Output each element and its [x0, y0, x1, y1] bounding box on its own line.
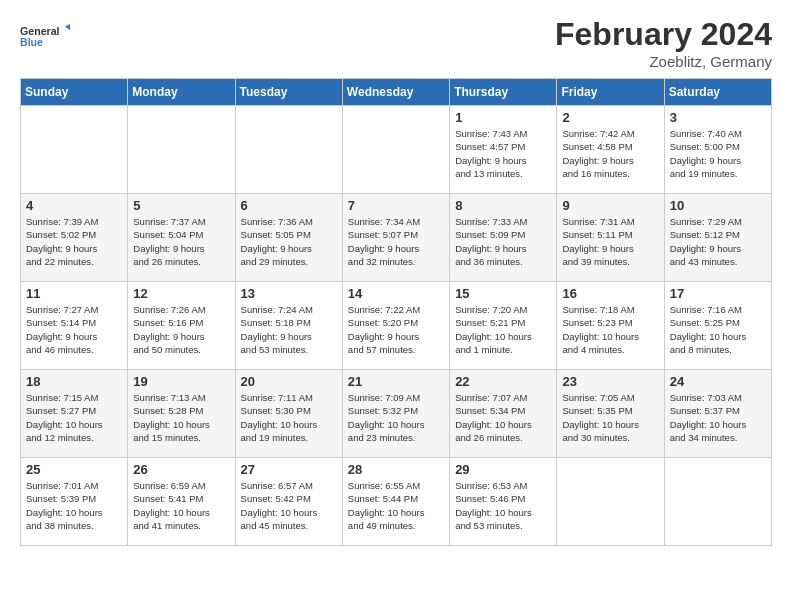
cell-week2-day5: 8Sunrise: 7:33 AM Sunset: 5:09 PM Daylig…: [450, 194, 557, 282]
cell-info: Sunrise: 7:34 AM Sunset: 5:07 PM Dayligh…: [348, 215, 444, 268]
cell-week3-day6: 16Sunrise: 7:18 AM Sunset: 5:23 PM Dayli…: [557, 282, 664, 370]
cell-week2-day3: 6Sunrise: 7:36 AM Sunset: 5:05 PM Daylig…: [235, 194, 342, 282]
day-number: 3: [670, 110, 766, 125]
cell-week2-day6: 9Sunrise: 7:31 AM Sunset: 5:11 PM Daylig…: [557, 194, 664, 282]
day-number: 6: [241, 198, 337, 213]
cell-week2-day1: 4Sunrise: 7:39 AM Sunset: 5:02 PM Daylig…: [21, 194, 128, 282]
cell-week3-day4: 14Sunrise: 7:22 AM Sunset: 5:20 PM Dayli…: [342, 282, 449, 370]
day-number: 4: [26, 198, 122, 213]
cell-week1-day7: 3Sunrise: 7:40 AM Sunset: 5:00 PM Daylig…: [664, 106, 771, 194]
svg-text:General: General: [20, 25, 60, 37]
day-number: 23: [562, 374, 658, 389]
svg-text:Blue: Blue: [20, 36, 43, 48]
cell-info: Sunrise: 7:37 AM Sunset: 5:04 PM Dayligh…: [133, 215, 229, 268]
cell-week5-day6: [557, 458, 664, 546]
cell-week2-day4: 7Sunrise: 7:34 AM Sunset: 5:07 PM Daylig…: [342, 194, 449, 282]
cell-week4-day5: 22Sunrise: 7:07 AM Sunset: 5:34 PM Dayli…: [450, 370, 557, 458]
cell-week1-day2: [128, 106, 235, 194]
day-number: 11: [26, 286, 122, 301]
day-number: 9: [562, 198, 658, 213]
cell-info: Sunrise: 7:29 AM Sunset: 5:12 PM Dayligh…: [670, 215, 766, 268]
header-monday: Monday: [128, 79, 235, 106]
cell-info: Sunrise: 7:18 AM Sunset: 5:23 PM Dayligh…: [562, 303, 658, 356]
cell-week3-day2: 12Sunrise: 7:26 AM Sunset: 5:16 PM Dayli…: [128, 282, 235, 370]
cell-week5-day5: 29Sunrise: 6:53 AM Sunset: 5:46 PM Dayli…: [450, 458, 557, 546]
cell-info: Sunrise: 7:22 AM Sunset: 5:20 PM Dayligh…: [348, 303, 444, 356]
calendar-body: 1Sunrise: 7:43 AM Sunset: 4:57 PM Daylig…: [21, 106, 772, 546]
day-number: 27: [241, 462, 337, 477]
cell-info: Sunrise: 7:16 AM Sunset: 5:25 PM Dayligh…: [670, 303, 766, 356]
week-row-4: 18Sunrise: 7:15 AM Sunset: 5:27 PM Dayli…: [21, 370, 772, 458]
page-header: General Blue February 2024 Zoeblitz, Ger…: [20, 16, 772, 70]
week-row-3: 11Sunrise: 7:27 AM Sunset: 5:14 PM Dayli…: [21, 282, 772, 370]
cell-info: Sunrise: 7:11 AM Sunset: 5:30 PM Dayligh…: [241, 391, 337, 444]
day-number: 1: [455, 110, 551, 125]
calendar-title: February 2024: [555, 16, 772, 53]
header-thursday: Thursday: [450, 79, 557, 106]
cell-info: Sunrise: 7:24 AM Sunset: 5:18 PM Dayligh…: [241, 303, 337, 356]
cell-week5-day1: 25Sunrise: 7:01 AM Sunset: 5:39 PM Dayli…: [21, 458, 128, 546]
header-saturday: Saturday: [664, 79, 771, 106]
cell-week4-day7: 24Sunrise: 7:03 AM Sunset: 5:37 PM Dayli…: [664, 370, 771, 458]
day-number: 2: [562, 110, 658, 125]
cell-info: Sunrise: 7:27 AM Sunset: 5:14 PM Dayligh…: [26, 303, 122, 356]
cell-week4-day3: 20Sunrise: 7:11 AM Sunset: 5:30 PM Dayli…: [235, 370, 342, 458]
day-number: 17: [670, 286, 766, 301]
cell-info: Sunrise: 7:36 AM Sunset: 5:05 PM Dayligh…: [241, 215, 337, 268]
cell-info: Sunrise: 7:33 AM Sunset: 5:09 PM Dayligh…: [455, 215, 551, 268]
day-number: 8: [455, 198, 551, 213]
cell-info: Sunrise: 7:39 AM Sunset: 5:02 PM Dayligh…: [26, 215, 122, 268]
cell-week5-day2: 26Sunrise: 6:59 AM Sunset: 5:41 PM Dayli…: [128, 458, 235, 546]
cell-week1-day6: 2Sunrise: 7:42 AM Sunset: 4:58 PM Daylig…: [557, 106, 664, 194]
week-row-5: 25Sunrise: 7:01 AM Sunset: 5:39 PM Dayli…: [21, 458, 772, 546]
day-number: 16: [562, 286, 658, 301]
cell-week4-day1: 18Sunrise: 7:15 AM Sunset: 5:27 PM Dayli…: [21, 370, 128, 458]
week-row-1: 1Sunrise: 7:43 AM Sunset: 4:57 PM Daylig…: [21, 106, 772, 194]
logo: General Blue: [20, 16, 70, 58]
week-row-2: 4Sunrise: 7:39 AM Sunset: 5:02 PM Daylig…: [21, 194, 772, 282]
cell-week3-day1: 11Sunrise: 7:27 AM Sunset: 5:14 PM Dayli…: [21, 282, 128, 370]
cell-info: Sunrise: 6:53 AM Sunset: 5:46 PM Dayligh…: [455, 479, 551, 532]
cell-week2-day7: 10Sunrise: 7:29 AM Sunset: 5:12 PM Dayli…: [664, 194, 771, 282]
cell-week5-day4: 28Sunrise: 6:55 AM Sunset: 5:44 PM Dayli…: [342, 458, 449, 546]
day-number: 10: [670, 198, 766, 213]
header-wednesday: Wednesday: [342, 79, 449, 106]
day-number: 15: [455, 286, 551, 301]
cell-info: Sunrise: 7:15 AM Sunset: 5:27 PM Dayligh…: [26, 391, 122, 444]
day-number: 25: [26, 462, 122, 477]
day-number: 20: [241, 374, 337, 389]
day-number: 19: [133, 374, 229, 389]
cell-week4-day2: 19Sunrise: 7:13 AM Sunset: 5:28 PM Dayli…: [128, 370, 235, 458]
cell-info: Sunrise: 6:57 AM Sunset: 5:42 PM Dayligh…: [241, 479, 337, 532]
cell-week1-day1: [21, 106, 128, 194]
calendar-header-row: SundayMondayTuesdayWednesdayThursdayFrid…: [21, 79, 772, 106]
calendar-subtitle: Zoeblitz, Germany: [555, 53, 772, 70]
cell-info: Sunrise: 7:43 AM Sunset: 4:57 PM Dayligh…: [455, 127, 551, 180]
title-area: February 2024 Zoeblitz, Germany: [555, 16, 772, 70]
day-number: 14: [348, 286, 444, 301]
cell-info: Sunrise: 7:13 AM Sunset: 5:28 PM Dayligh…: [133, 391, 229, 444]
cell-info: Sunrise: 7:03 AM Sunset: 5:37 PM Dayligh…: [670, 391, 766, 444]
cell-info: Sunrise: 7:40 AM Sunset: 5:00 PM Dayligh…: [670, 127, 766, 180]
day-number: 24: [670, 374, 766, 389]
day-number: 18: [26, 374, 122, 389]
day-number: 5: [133, 198, 229, 213]
cell-week1-day3: [235, 106, 342, 194]
cell-info: Sunrise: 7:42 AM Sunset: 4:58 PM Dayligh…: [562, 127, 658, 180]
cell-week1-day4: [342, 106, 449, 194]
day-number: 21: [348, 374, 444, 389]
day-number: 28: [348, 462, 444, 477]
cell-info: Sunrise: 7:26 AM Sunset: 5:16 PM Dayligh…: [133, 303, 229, 356]
cell-week1-day5: 1Sunrise: 7:43 AM Sunset: 4:57 PM Daylig…: [450, 106, 557, 194]
day-number: 13: [241, 286, 337, 301]
logo-svg: General Blue: [20, 16, 70, 58]
day-number: 26: [133, 462, 229, 477]
day-number: 12: [133, 286, 229, 301]
cell-week3-day7: 17Sunrise: 7:16 AM Sunset: 5:25 PM Dayli…: [664, 282, 771, 370]
header-sunday: Sunday: [21, 79, 128, 106]
day-number: 29: [455, 462, 551, 477]
cell-info: Sunrise: 7:07 AM Sunset: 5:34 PM Dayligh…: [455, 391, 551, 444]
cell-week3-day5: 15Sunrise: 7:20 AM Sunset: 5:21 PM Dayli…: [450, 282, 557, 370]
cell-info: Sunrise: 6:55 AM Sunset: 5:44 PM Dayligh…: [348, 479, 444, 532]
cell-info: Sunrise: 6:59 AM Sunset: 5:41 PM Dayligh…: [133, 479, 229, 532]
